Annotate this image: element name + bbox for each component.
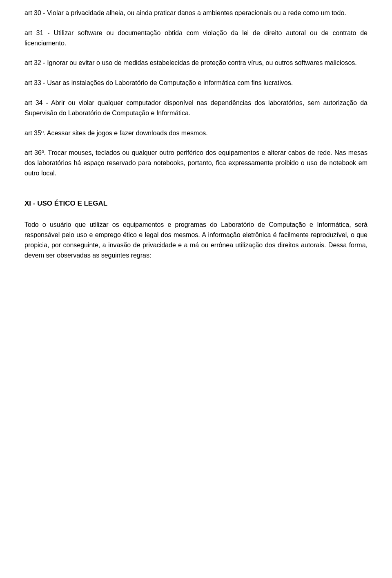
page-content: art 30 - Violar a privacidade alheia, ou… — [0, 0, 392, 288]
article-35-block: art 35º. Acessar sites de jogos e fazer … — [24, 128, 368, 139]
article-35-text: art 35º. Acessar sites de jogos e fazer … — [24, 128, 368, 139]
section-xi-heading: XI - USO ÉTICO E LEGAL — [24, 198, 368, 209]
article-36-block: art 36º. Trocar mouses, teclados ou qual… — [24, 148, 368, 178]
article-33-block: art 33 - Usar as instalações do Laborató… — [24, 78, 368, 88]
article-33-text: art 33 - Usar as instalações do Laborató… — [24, 78, 368, 88]
article-32-text: art 32 - Ignorar ou evitar o uso de medi… — [24, 58, 368, 68]
article-31-text: art 31 - Utilizar software ou documentaç… — [24, 28, 368, 49]
article-32-block: art 32 - Ignorar ou evitar o uso de medi… — [24, 58, 368, 68]
section-xi-block: XI - USO ÉTICO E LEGAL Todo o usuário qu… — [24, 198, 368, 261]
article-30-block: art 30 - Violar a privacidade alheia, ou… — [24, 8, 368, 18]
section-xi-paragraph: Todo o usuário que utilizar os equipamen… — [24, 220, 368, 260]
article-34-block: art 34 - Abrir ou violar qualquer comput… — [24, 98, 368, 119]
article-31-block: art 31 - Utilizar software ou documentaç… — [24, 28, 368, 49]
article-36-text: art 36º. Trocar mouses, teclados ou qual… — [24, 148, 368, 178]
article-34-text: art 34 - Abrir ou violar qualquer comput… — [24, 98, 368, 119]
article-30-text: art 30 - Violar a privacidade alheia, ou… — [24, 8, 368, 18]
